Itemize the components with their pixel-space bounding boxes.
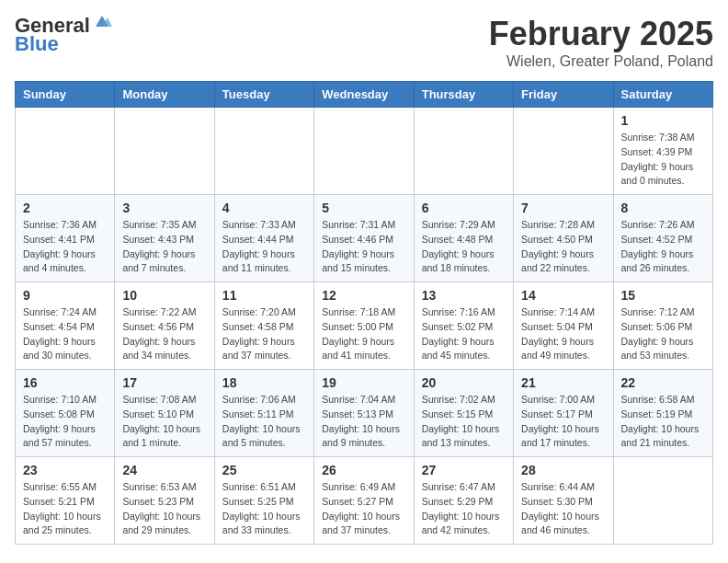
calendar-cell xyxy=(115,108,214,195)
calendar-cell xyxy=(214,108,313,195)
day-number: 19 xyxy=(322,375,405,390)
day-number: 8 xyxy=(621,201,705,215)
day-info: Sunrise: 6:51 AM Sunset: 5:25 PM Dayligh… xyxy=(222,480,306,538)
calendar-cell: 3Sunrise: 7:35 AM Sunset: 4:43 PM Daylig… xyxy=(115,195,214,282)
calendar-week-row: 1Sunrise: 7:38 AM Sunset: 4:39 PM Daylig… xyxy=(16,108,713,195)
day-number: 25 xyxy=(222,463,306,477)
calendar-cell: 22Sunrise: 6:58 AM Sunset: 5:19 PM Dayli… xyxy=(613,370,712,457)
calendar-cell xyxy=(514,108,613,195)
day-info: Sunrise: 6:47 AM Sunset: 5:29 PM Dayligh… xyxy=(422,480,506,538)
day-number: 21 xyxy=(521,375,605,390)
calendar-cell: 28Sunrise: 6:44 AM Sunset: 5:30 PM Dayli… xyxy=(514,457,613,545)
calendar-cell: 5Sunrise: 7:31 AM Sunset: 4:46 PM Daylig… xyxy=(314,195,414,282)
day-info: Sunrise: 7:20 AM Sunset: 4:58 PM Dayligh… xyxy=(222,305,306,363)
calendar-cell: 12Sunrise: 7:18 AM Sunset: 5:00 PM Dayli… xyxy=(314,282,414,370)
logo-blue-text: Blue xyxy=(15,33,59,55)
location-title: Wielen, Greater Poland, Poland xyxy=(489,53,713,70)
column-header-thursday: Thursday xyxy=(414,82,513,108)
day-info: Sunrise: 7:22 AM Sunset: 4:56 PM Dayligh… xyxy=(122,305,206,363)
day-number: 13 xyxy=(422,288,506,303)
logo: General Blue xyxy=(15,15,112,55)
day-info: Sunrise: 7:06 AM Sunset: 5:11 PM Dayligh… xyxy=(222,393,306,451)
calendar-week-row: 16Sunrise: 7:10 AM Sunset: 5:08 PM Dayli… xyxy=(16,370,713,457)
calendar-table: SundayMondayTuesdayWednesdayThursdayFrid… xyxy=(15,81,713,545)
day-info: Sunrise: 7:04 AM Sunset: 5:13 PM Dayligh… xyxy=(322,393,405,451)
calendar-cell: 4Sunrise: 7:33 AM Sunset: 4:44 PM Daylig… xyxy=(214,195,313,282)
day-info: Sunrise: 7:24 AM Sunset: 4:54 PM Dayligh… xyxy=(23,305,107,363)
calendar-cell: 13Sunrise: 7:16 AM Sunset: 5:02 PM Dayli… xyxy=(414,282,513,370)
calendar-week-row: 23Sunrise: 6:55 AM Sunset: 5:21 PM Dayli… xyxy=(16,457,713,545)
day-number: 24 xyxy=(122,463,206,477)
day-info: Sunrise: 7:38 AM Sunset: 4:39 PM Dayligh… xyxy=(621,131,705,189)
day-info: Sunrise: 7:31 AM Sunset: 4:46 PM Dayligh… xyxy=(322,218,405,276)
day-info: Sunrise: 6:55 AM Sunset: 5:21 PM Dayligh… xyxy=(23,480,107,538)
calendar-cell: 11Sunrise: 7:20 AM Sunset: 4:58 PM Dayli… xyxy=(214,282,313,370)
day-info: Sunrise: 7:08 AM Sunset: 5:10 PM Dayligh… xyxy=(122,393,206,451)
day-info: Sunrise: 7:12 AM Sunset: 5:06 PM Dayligh… xyxy=(621,305,705,363)
day-number: 12 xyxy=(322,288,405,303)
day-info: Sunrise: 7:18 AM Sunset: 5:00 PM Dayligh… xyxy=(322,305,405,363)
day-number: 10 xyxy=(122,288,206,303)
day-number: 15 xyxy=(621,288,705,303)
calendar-cell: 14Sunrise: 7:14 AM Sunset: 5:04 PM Dayli… xyxy=(514,282,613,370)
day-number: 28 xyxy=(521,463,605,477)
day-info: Sunrise: 6:49 AM Sunset: 5:27 PM Dayligh… xyxy=(322,480,405,538)
column-header-tuesday: Tuesday xyxy=(214,82,313,108)
calendar-cell: 24Sunrise: 6:53 AM Sunset: 5:23 PM Dayli… xyxy=(115,457,214,545)
day-info: Sunrise: 6:44 AM Sunset: 5:30 PM Dayligh… xyxy=(521,480,605,538)
day-info: Sunrise: 7:02 AM Sunset: 5:15 PM Dayligh… xyxy=(422,393,506,451)
calendar-cell: 23Sunrise: 6:55 AM Sunset: 5:21 PM Dayli… xyxy=(16,457,115,545)
day-info: Sunrise: 7:16 AM Sunset: 5:02 PM Dayligh… xyxy=(422,305,506,363)
calendar-cell xyxy=(613,457,712,545)
calendar-cell: 27Sunrise: 6:47 AM Sunset: 5:29 PM Dayli… xyxy=(414,457,513,545)
day-number: 2 xyxy=(23,201,107,215)
day-info: Sunrise: 6:58 AM Sunset: 5:19 PM Dayligh… xyxy=(621,393,705,451)
day-number: 16 xyxy=(23,375,107,390)
day-number: 3 xyxy=(122,201,206,215)
day-number: 20 xyxy=(422,375,506,390)
column-header-friday: Friday xyxy=(514,82,613,108)
calendar-cell: 25Sunrise: 6:51 AM Sunset: 5:25 PM Dayli… xyxy=(214,457,313,545)
calendar-cell: 19Sunrise: 7:04 AM Sunset: 5:13 PM Dayli… xyxy=(314,370,414,457)
day-info: Sunrise: 7:28 AM Sunset: 4:50 PM Dayligh… xyxy=(521,218,605,276)
title-section: February 2025 Wielen, Greater Poland, Po… xyxy=(489,15,713,70)
day-number: 5 xyxy=(322,201,405,215)
calendar-week-row: 2Sunrise: 7:36 AM Sunset: 4:41 PM Daylig… xyxy=(16,195,713,282)
calendar-header-row: SundayMondayTuesdayWednesdayThursdayFrid… xyxy=(16,82,713,108)
calendar-cell: 26Sunrise: 6:49 AM Sunset: 5:27 PM Dayli… xyxy=(314,457,414,545)
day-info: Sunrise: 7:26 AM Sunset: 4:52 PM Dayligh… xyxy=(621,218,705,276)
column-header-saturday: Saturday xyxy=(613,82,712,108)
calendar-cell: 8Sunrise: 7:26 AM Sunset: 4:52 PM Daylig… xyxy=(613,195,712,282)
day-number: 26 xyxy=(322,463,405,477)
calendar-cell: 18Sunrise: 7:06 AM Sunset: 5:11 PM Dayli… xyxy=(214,370,313,457)
calendar-cell xyxy=(314,108,414,195)
logo-icon xyxy=(92,14,112,30)
calendar-cell: 1Sunrise: 7:38 AM Sunset: 4:39 PM Daylig… xyxy=(613,108,712,195)
day-number: 18 xyxy=(222,375,306,390)
calendar-cell xyxy=(16,108,115,195)
day-info: Sunrise: 7:14 AM Sunset: 5:04 PM Dayligh… xyxy=(521,305,605,363)
calendar-cell: 16Sunrise: 7:10 AM Sunset: 5:08 PM Dayli… xyxy=(16,370,115,457)
calendar-cell: 6Sunrise: 7:29 AM Sunset: 4:48 PM Daylig… xyxy=(414,195,513,282)
calendar-cell: 9Sunrise: 7:24 AM Sunset: 4:54 PM Daylig… xyxy=(16,282,115,370)
calendar-cell: 21Sunrise: 7:00 AM Sunset: 5:17 PM Dayli… xyxy=(514,370,613,457)
day-info: Sunrise: 7:35 AM Sunset: 4:43 PM Dayligh… xyxy=(122,218,206,276)
day-info: Sunrise: 7:29 AM Sunset: 4:48 PM Dayligh… xyxy=(422,218,506,276)
day-number: 4 xyxy=(222,201,306,215)
day-number: 14 xyxy=(521,288,605,303)
calendar-cell: 20Sunrise: 7:02 AM Sunset: 5:15 PM Dayli… xyxy=(414,370,513,457)
day-number: 17 xyxy=(122,375,206,390)
day-info: Sunrise: 7:00 AM Sunset: 5:17 PM Dayligh… xyxy=(521,393,605,451)
day-info: Sunrise: 7:36 AM Sunset: 4:41 PM Dayligh… xyxy=(23,218,107,276)
day-number: 7 xyxy=(521,201,605,215)
day-number: 9 xyxy=(23,288,107,303)
calendar-cell: 10Sunrise: 7:22 AM Sunset: 4:56 PM Dayli… xyxy=(115,282,214,370)
page-header: General Blue February 2025 Wielen, Great… xyxy=(15,15,713,70)
calendar-cell xyxy=(414,108,513,195)
day-number: 6 xyxy=(422,201,506,215)
calendar-cell: 2Sunrise: 7:36 AM Sunset: 4:41 PM Daylig… xyxy=(16,195,115,282)
column-header-monday: Monday xyxy=(115,82,214,108)
day-number: 23 xyxy=(23,463,107,477)
column-header-wednesday: Wednesday xyxy=(314,82,414,108)
column-header-sunday: Sunday xyxy=(16,82,115,108)
